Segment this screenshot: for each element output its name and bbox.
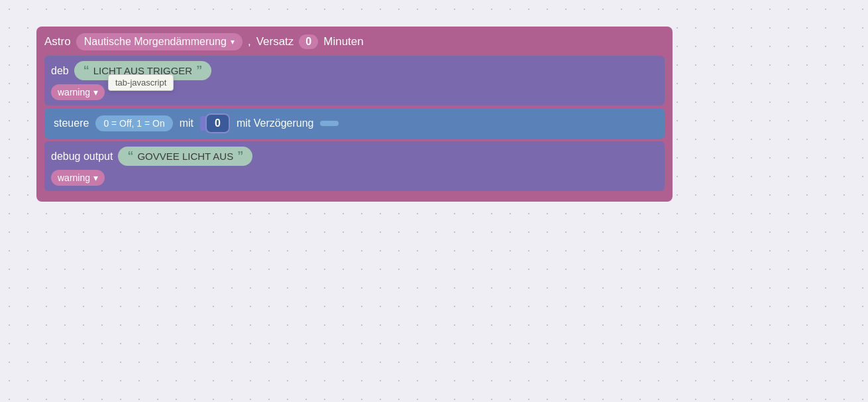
steuere-number-badge[interactable]: 0: [205, 113, 230, 133]
warning-arrow-2: ▾: [93, 172, 98, 183]
astro-label: Astro: [44, 35, 71, 48]
warning-dropdown-2[interactable]: warning ▾: [51, 170, 105, 186]
nautische-label: Nautische Morgendämmerung: [84, 36, 227, 48]
tooltip: tab-javascript: [108, 74, 174, 91]
debug-output-label: debug output: [51, 151, 113, 163]
nautische-dropdown-arrow: ▾: [231, 37, 235, 46]
versatz-number: 0: [299, 34, 318, 49]
minuten-label: Minuten: [323, 35, 363, 48]
mit-verzoegerung-label: mit Verzögerung: [237, 117, 314, 129]
debug-block-2: debug output “ GOVVEE LICHT AUS ” warnin…: [44, 141, 665, 191]
steuere-option-text: 0 = Off, 1 = On: [103, 118, 164, 129]
astro-row: Astro Nautische Morgendämmerung ▾ , Vers…: [44, 33, 665, 50]
steuere-number-wrap: 0: [200, 113, 230, 133]
govvee-text: GOVVEE LICHT AUS: [137, 151, 233, 162]
govvee-pill: “ GOVVEE LICHT AUS ”: [118, 147, 252, 166]
debug-label-1: deb: [51, 65, 69, 77]
versatz-label: Versatz: [256, 35, 294, 48]
close-quote-2: ”: [237, 149, 243, 163]
warning-arrow-1: ▾: [93, 87, 98, 98]
main-block: Astro Nautische Morgendämmerung ▾ , Vers…: [36, 27, 673, 202]
nautische-dropdown[interactable]: Nautische Morgendämmerung ▾: [76, 33, 243, 50]
open-quote-2: “: [127, 149, 133, 163]
close-quote-1: ”: [196, 64, 202, 78]
mit-label: mit: [180, 117, 193, 129]
steuere-option-pill[interactable]: 0 = Off, 1 = On: [95, 115, 172, 131]
steuere-block: steuere 0 = Off, 1 = On mit 0 mit Verzög…: [44, 108, 665, 139]
separator: ,: [248, 35, 251, 48]
steuere-small-badge: [320, 121, 339, 126]
debug-output-row-2: debug output “ GOVVEE LICHT AUS ”: [51, 147, 658, 166]
open-quote-1: “: [83, 64, 89, 78]
warning-label-2: warning: [58, 172, 90, 183]
steuere-label: steuere: [54, 117, 89, 129]
warning-label-1: warning: [58, 87, 90, 98]
tooltip-text: tab-javascript: [115, 78, 166, 88]
warning-dropdown-1[interactable]: warning ▾: [51, 84, 105, 100]
steuere-number-value: 0: [215, 117, 221, 129]
